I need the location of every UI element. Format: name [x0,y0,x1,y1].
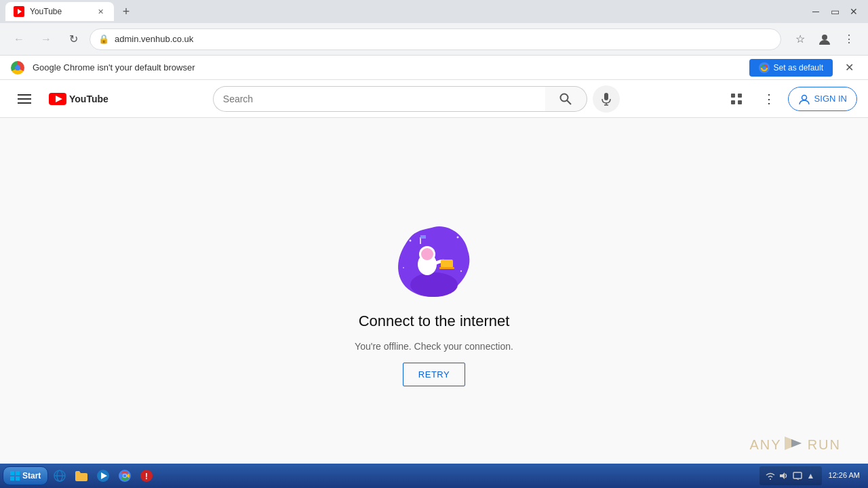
maximize-button[interactable]: ▭ [826,5,844,18]
url-text: admin.venhub.co.uk [115,34,772,44]
browser-tab[interactable]: YouTube ✕ [5,2,114,21]
start-icon [10,471,20,481]
svg-marker-49 [780,472,785,479]
sign-in-button[interactable]: SIGN IN [788,87,857,111]
window-controls: ─ ▭ ✕ [807,5,863,18]
offline-subtitle: You're offline. Check your connection. [355,341,513,352]
chrome-btn-icon [759,62,770,73]
svg-point-20 [802,95,806,100]
back-button[interactable]: ← [8,28,30,50]
account-icon [798,93,810,105]
header-right: ⋮ SIGN IN [723,85,857,113]
tray-display-icon[interactable] [792,470,803,481]
tray-volume-icon[interactable] [778,470,789,481]
menu-button[interactable]: ⋮ [838,28,860,50]
address-actions: ☆ ⋮ [789,28,860,50]
anyrun-play-icon [785,436,805,450]
taskbar-chrome-button[interactable] [115,466,135,485]
svg-text:YouTube: YouTube [69,94,108,104]
mic-button[interactable] [593,85,620,113]
svg-point-21 [410,272,458,297]
svg-rect-25 [441,260,453,268]
taskbar: Start [0,464,868,488]
volume-icon [779,472,789,480]
svg-rect-5 [18,94,31,96]
svg-point-29 [403,267,404,268]
bookmark-button[interactable]: ☆ [789,28,811,50]
chrome-taskbar-icon [118,469,132,483]
close-button[interactable]: ✕ [845,5,863,18]
apps-icon [730,92,743,106]
retry-button[interactable]: RETRY [403,363,465,386]
more-options-button[interactable]: ⋮ [755,85,783,113]
page-content: Connect to the internet You're offline. … [0,118,868,488]
youtube-logo-svg: YouTube [49,92,110,106]
svg-rect-16 [731,94,735,98]
start-button[interactable]: Start [3,466,48,485]
set-default-button[interactable]: Set as default [749,59,833,77]
svg-point-27 [410,239,412,241]
profile-button[interactable] [814,28,835,50]
svg-rect-38 [16,476,20,481]
search-button[interactable] [545,86,587,112]
offline-illustration [393,220,475,302]
title-bar: YouTube ✕ + ─ ▭ ✕ [0,0,868,23]
start-label: Start [22,471,41,481]
svg-point-46 [123,474,127,478]
svg-rect-13 [604,93,608,100]
taskbar-media-button[interactable] [93,466,113,485]
banner-text: Google Chrome isn't your default browser [33,62,741,73]
svg-point-30 [460,270,462,271]
tab-close-button[interactable]: ✕ [95,6,106,17]
svg-rect-6 [18,98,31,100]
address-bar: ← → ↻ 🔒 admin.venhub.co.uk ☆ ⋮ [0,23,868,56]
network-icon [766,472,775,480]
taskbar-security-button[interactable]: ! [136,466,157,485]
banner-close-button[interactable]: ✕ [841,60,857,76]
search-form [213,85,620,113]
svg-rect-36 [16,471,20,475]
svg-point-2 [822,35,827,40]
tray-arrow-icon[interactable]: ▲ [806,470,816,481]
new-tab-button[interactable]: + [117,2,136,21]
taskbar-time: 12:26 AM [823,470,865,481]
svg-rect-35 [10,471,14,475]
watermark-run-text: RUN [808,437,841,453]
svg-rect-26 [439,267,454,269]
tray-network-icon[interactable] [765,470,776,481]
display-icon [793,472,802,480]
forward-button[interactable]: → [35,28,57,50]
minimize-button[interactable]: ─ [807,5,825,18]
youtube-logo[interactable]: YouTube [49,92,110,106]
svg-rect-19 [738,100,742,104]
ie-icon [53,469,66,483]
search-input[interactable] [213,86,545,112]
tab-title: YouTube [30,7,90,16]
svg-rect-50 [793,472,802,479]
svg-rect-37 [10,476,14,481]
svg-rect-17 [738,94,742,98]
sign-in-label: SIGN IN [814,94,847,104]
youtube-header: YouTube [0,80,868,118]
taskbar-ie-button[interactable] [50,466,70,485]
svg-text:!: ! [145,471,148,481]
offline-title: Connect to the internet [359,312,510,330]
chrome-icon [11,61,24,75]
folder-icon [75,470,88,482]
svg-rect-32 [420,235,426,239]
search-icon [559,92,572,106]
lock-icon: 🔒 [98,34,109,44]
tab-favicon [14,6,24,17]
url-bar[interactable]: 🔒 admin.venhub.co.uk [90,28,781,50]
watermark: ANY RUN [750,435,841,454]
system-tray: ▲ [760,466,822,485]
svg-rect-18 [731,100,735,104]
svg-point-24 [421,248,433,260]
hamburger-menu-button[interactable] [11,85,38,113]
svg-marker-34 [791,439,802,447]
default-browser-banner: Google Chrome isn't your default browser… [0,56,868,80]
security-icon: ! [140,469,153,483]
taskbar-folder-button[interactable] [71,466,92,485]
reload-button[interactable]: ↻ [62,28,84,50]
apps-button[interactable] [723,85,750,113]
